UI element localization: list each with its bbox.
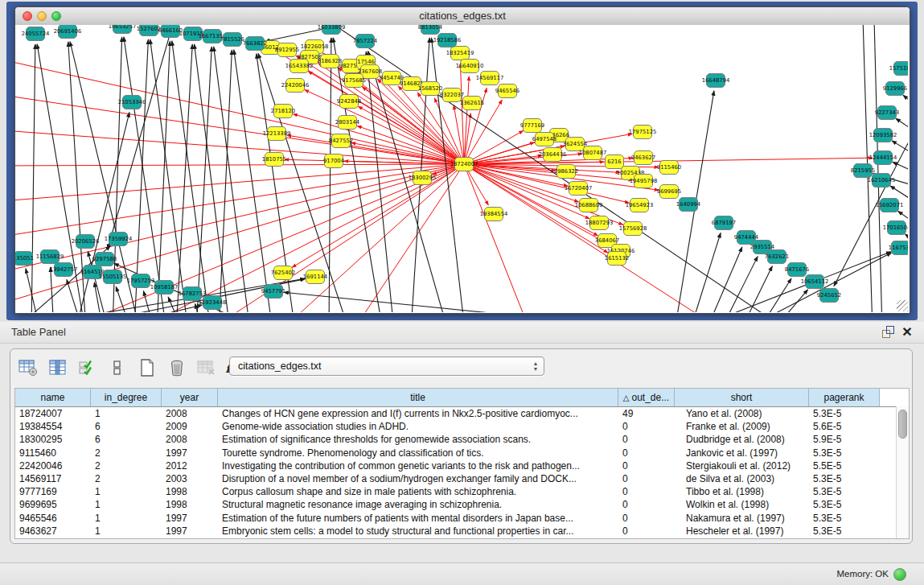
graph-edge[interactable]	[94, 282, 103, 312]
table-cell[interactable]: 0	[618, 513, 675, 524]
graph-node[interactable]: 15692071	[876, 199, 904, 212]
graph-node[interactable]: 9129966	[883, 82, 907, 96]
graph-edge[interactable]	[67, 279, 83, 312]
table-cell[interactable]: Structural magnetic resonance image aver…	[218, 499, 618, 510]
delete-column-button[interactable]	[166, 357, 188, 380]
table-cell[interactable]: 9465546	[15, 513, 91, 524]
table-cell[interactable]: 2008	[162, 408, 218, 419]
table-cell[interactable]: 1998	[162, 486, 218, 497]
column-header-out-de[interactable]: △out_de...	[618, 389, 675, 406]
table-cell[interactable]: Tibbo et al. (1998)	[675, 486, 809, 497]
table-cell[interactable]: 22420046	[15, 460, 91, 472]
table-cell[interactable]: 1	[91, 408, 162, 419]
graph-node[interactable]: 16640910	[456, 60, 484, 73]
graph-node[interactable]: 10654112	[801, 275, 829, 289]
graph-node[interactable]: 9115460	[657, 161, 681, 175]
table-cell[interactable]: 0	[618, 434, 675, 445]
column-header-year[interactable]: year	[162, 389, 218, 406]
graph-edge[interactable]	[464, 164, 530, 312]
table-cell[interactable]: 1	[91, 486, 162, 497]
table-cell[interactable]: Yano et al. (2008)	[675, 408, 809, 419]
table-cell[interactable]: 5.3E-5	[809, 447, 880, 459]
graph-node[interactable]: 1810755	[262, 153, 286, 167]
graph-node[interactable]: 15756928	[619, 222, 647, 236]
table-row[interactable]: 2242004622012Investigating the contribut…	[15, 459, 909, 472]
graph-node[interactable]: 6216	[606, 155, 624, 169]
graph-node[interactable]: 8215955	[851, 164, 875, 178]
graph-node[interactable]: 2803144	[335, 116, 359, 130]
column-header-in-degree[interactable]: in_degree	[91, 389, 162, 406]
table-cell[interactable]: Nakamura et al. (1997)	[675, 513, 809, 524]
column-header-pagerank[interactable]: pagerank	[809, 389, 880, 406]
table-cell[interactable]: Stergiakouli et al. (2012)	[675, 460, 809, 472]
table-cell[interactable]: 2008	[162, 434, 218, 445]
graph-node[interactable]: 14569117	[476, 72, 504, 85]
table-cell[interactable]: 2	[91, 447, 162, 459]
graph-node[interactable]: 17359924	[105, 233, 133, 246]
table-cell[interactable]: 5.3E-5	[809, 513, 880, 524]
table-cell[interactable]: 9115460	[15, 447, 91, 459]
graph-node[interactable]: 9245652	[817, 289, 841, 303]
graph-node[interactable]: 8427552	[329, 134, 353, 148]
window-resize-grip[interactable]	[897, 300, 908, 311]
table-cell[interactable]: 9777169	[15, 486, 91, 497]
table-cell[interactable]: Hescheler et al. (1997)	[675, 525, 809, 537]
create-column-button[interactable]	[136, 357, 158, 380]
table-cell[interactable]: 0	[618, 486, 675, 497]
graph-edge[interactable]	[108, 25, 175, 249]
graph-edge[interactable]	[143, 291, 154, 312]
close-panel-button[interactable]: ✕	[900, 325, 914, 340]
graph-edge[interactable]	[460, 64, 464, 164]
graph-node[interactable]: 17975125	[629, 126, 657, 139]
selection-mode-button[interactable]	[76, 357, 99, 380]
table-cell[interactable]: 5.6E-5	[809, 421, 880, 432]
table-row[interactable]: 1456911722003Disruption of a novel membe…	[15, 472, 909, 485]
table-row[interactable]: 1872400712008Changes of HCN gene express…	[15, 407, 909, 420]
graph-node[interactable]: 9175685	[342, 74, 366, 88]
graph-edge[interactable]	[26, 269, 40, 312]
graph-edge[interactable]	[292, 164, 464, 267]
table-cell[interactable]: 14569117	[15, 473, 91, 484]
table-row[interactable]: 969969511998Structural magnetic resonanc…	[15, 498, 909, 511]
graph-node[interactable]: 9297588	[92, 253, 117, 266]
row-mode-button[interactable]	[106, 357, 129, 380]
graph-node[interactable]: 917004	[323, 154, 344, 168]
table-scrollbar[interactable]	[896, 406, 909, 538]
table-cell[interactable]: Wolkin et al. (1998)	[675, 499, 809, 510]
table-cell[interactable]: 1997	[162, 513, 218, 524]
graph-node[interactable]: 135051	[15, 252, 34, 266]
graph-node[interactable]: 6879197	[712, 216, 736, 230]
graph-edge[interactable]	[208, 164, 464, 312]
graph-node[interactable]: 7986322	[554, 165, 578, 179]
network-canvas[interactable]: 1872400789601238912955182260589827508818…	[15, 25, 908, 312]
table-cell[interactable]: 0	[618, 525, 675, 537]
graph-edge[interactable]	[741, 266, 772, 312]
graph-node[interactable]: 21053346	[118, 96, 146, 109]
graph-node[interactable]: 8912955	[275, 43, 299, 57]
graph-node[interactable]: 7632621	[765, 250, 789, 264]
table-scrollbar-thumb[interactable]	[898, 410, 907, 439]
table-cell[interactable]: 5.3E-5	[809, 473, 880, 484]
table-cell[interactable]: Embryonic stem cells: a model to study s…	[218, 525, 618, 537]
table-cell[interactable]: 6	[91, 434, 162, 445]
table-cell[interactable]: 19384554	[15, 421, 91, 432]
graph-edge[interactable]	[51, 267, 54, 312]
graph-node[interactable]: 9465546	[495, 84, 519, 98]
graph-node[interactable]: 16033809	[318, 25, 346, 35]
delete-table-button[interactable]	[195, 357, 218, 380]
table-cell[interactable]: Genome-wide association studies in ADHD.	[218, 421, 618, 432]
graph-node[interactable]: 1527602	[137, 25, 161, 36]
graph-node[interactable]: 20206526	[72, 235, 100, 249]
graph-edge[interactable]	[690, 233, 721, 312]
graph-node[interactable]: 7625402	[271, 266, 295, 280]
table-cell[interactable]: 9699695	[15, 499, 91, 510]
table-cell[interactable]: 0	[618, 460, 675, 472]
graph-node[interactable]: 20691406	[54, 25, 82, 39]
graph-node[interactable]: 18300295	[409, 171, 437, 185]
table-cell[interactable]: de Silva et al. (2003)	[675, 473, 809, 484]
column-header-short[interactable]: short	[675, 389, 809, 406]
graph-edge[interactable]	[464, 113, 470, 164]
table-cell[interactable]: 5.9E-5	[809, 434, 880, 445]
graph-edge[interactable]	[134, 39, 148, 312]
table-selector[interactable]: citations_edges.txt ▲▼	[229, 356, 544, 376]
